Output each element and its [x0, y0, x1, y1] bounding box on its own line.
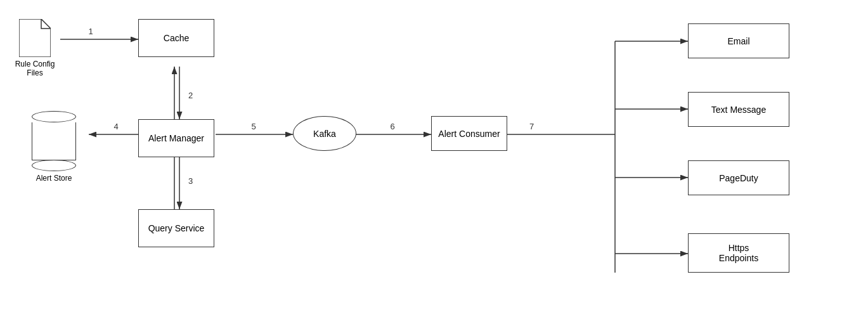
kafka-label: Kafka: [313, 129, 336, 139]
https-endpoints-label: Https Endpoints: [719, 243, 758, 263]
alert-store-label: Alert Store: [36, 174, 72, 183]
cache-node: Cache: [138, 19, 214, 57]
pageduty-label: PageDuty: [719, 173, 758, 183]
pageduty-node: PageDuty: [688, 160, 789, 195]
edge-label-5: 5: [251, 122, 256, 131]
text-message-label: Text Message: [711, 105, 766, 115]
edge-label-6: 6: [390, 122, 394, 131]
kafka-node: Kafka: [293, 116, 356, 151]
alert-consumer-node: Alert Consumer: [431, 116, 507, 151]
query-service-node: Query Service: [138, 209, 214, 247]
rule-config-node: Rule Config Files: [13, 19, 57, 77]
https-endpoints-node: Https Endpoints: [688, 233, 789, 273]
text-message-node: Text Message: [688, 92, 789, 127]
alert-consumer-label: Alert Consumer: [438, 129, 500, 139]
edge-label-2: 2: [188, 91, 193, 100]
edge-label-1: 1: [88, 27, 93, 36]
alert-store-node: Alert Store: [32, 111, 76, 183]
edge-label-3: 3: [188, 176, 193, 186]
alert-manager-node: Alert Manager: [138, 119, 214, 157]
query-service-label: Query Service: [148, 223, 205, 233]
cache-label: Cache: [164, 33, 189, 43]
architecture-diagram: 1 2 3 4 5 6 7: [0, 0, 868, 317]
svg-marker-16: [19, 19, 51, 57]
rule-config-label: Rule Config Files: [13, 60, 57, 77]
edge-label-7: 7: [529, 122, 534, 131]
edge-label-4: 4: [113, 122, 118, 131]
email-label: Email: [727, 36, 749, 46]
alert-manager-label: Alert Manager: [148, 133, 204, 143]
email-node: Email: [688, 23, 789, 58]
